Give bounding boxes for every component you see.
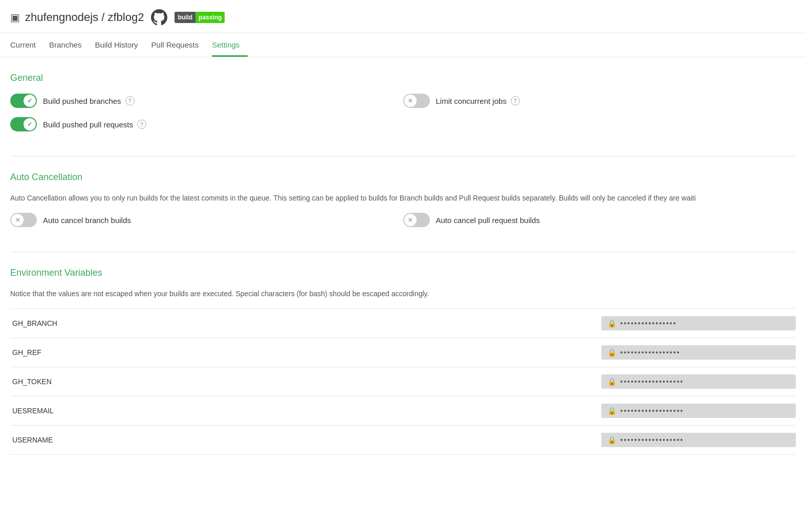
- build-pushed-pr-toggle[interactable]: ✓: [10, 117, 37, 131]
- tab-current[interactable]: Current: [10, 33, 44, 57]
- auto-cancel-branch-label: Auto cancel branch builds: [43, 216, 131, 225]
- env-value[interactable]: 🔒 ••••••••••••••••••: [601, 433, 796, 447]
- env-value[interactable]: 🔒 ••••••••••••••••••: [601, 374, 796, 389]
- env-vars-list: GH_BRANCH 🔒 •••••••••••••••• GH_REF 🔒 ••…: [10, 308, 796, 455]
- auto-cancel-branch-left: ✕ Auto cancel branch builds: [10, 213, 403, 227]
- env-dots: ••••••••••••••••••: [620, 407, 684, 415]
- auto-cancel-pr-label: Auto cancel pull request builds: [436, 216, 540, 225]
- lock-icon: 🔒: [607, 348, 616, 357]
- toggle-thumb-auto-branch: ✕: [11, 214, 24, 226]
- limit-concurrent-toggle[interactable]: ✕: [403, 94, 430, 108]
- toggle-row-left-pr: ✓ Build pushed pull requests ?: [10, 117, 403, 131]
- env-name: GH_REF: [10, 348, 601, 357]
- env-name: UESREMAIL: [10, 407, 601, 415]
- env-dots: ••••••••••••••••: [620, 319, 677, 327]
- env-name: GH_TOKEN: [10, 378, 601, 386]
- toggle-row-branches: ✓ Build pushed branches ? ✕ Limit concur…: [10, 94, 796, 108]
- env-vars-description: Notice that the values are not escaped w…: [10, 289, 796, 299]
- env-value[interactable]: 🔒 ••••••••••••••••••: [601, 404, 796, 418]
- env-name: GH_BRANCH: [10, 319, 601, 327]
- env-value[interactable]: 🔒 ••••••••••••••••: [601, 316, 796, 330]
- toggle-x-auto-branch: ✕: [15, 217, 20, 224]
- toggle-track-auto-pr: ✕: [403, 213, 430, 227]
- toggle-row-right-concurrent: ✕ Limit concurrent jobs ?: [403, 94, 796, 108]
- auto-cancellation-title: Auto Cancellation: [10, 172, 796, 183]
- general-title: General: [10, 73, 796, 83]
- toggle-row-left-branches: ✓ Build pushed branches ?: [10, 94, 403, 108]
- tab-pull-requests[interactable]: Pull Requests: [151, 33, 207, 57]
- lock-icon: 🔒: [607, 436, 616, 444]
- toggle-thumb-pr: ✓: [24, 118, 36, 130]
- badge-build-label: build: [175, 12, 195, 23]
- badge-passing-label: passing: [195, 12, 225, 23]
- tab-build-history[interactable]: Build History: [95, 33, 146, 57]
- build-pushed-branches-help[interactable]: ?: [125, 96, 135, 105]
- toggle-row-pull-requests: ✓ Build pushed pull requests ?: [10, 117, 796, 131]
- toggle-check-pr: ✓: [27, 121, 32, 128]
- limit-concurrent-label: Limit concurrent jobs: [436, 97, 507, 105]
- auto-cancellation-section: Auto Cancellation Auto Cancellation allo…: [10, 172, 796, 252]
- env-row: USERNAME 🔒 ••••••••••••••••••: [10, 426, 796, 455]
- lock-icon: 🔒: [607, 407, 616, 415]
- env-row: GH_REF 🔒 •••••••••••••••••: [10, 338, 796, 367]
- tab-branches[interactable]: Branches: [49, 33, 90, 57]
- repo-icon: ▣: [10, 11, 20, 24]
- auto-cancel-row: ✕ Auto cancel branch builds ✕ Auto cance…: [10, 213, 796, 227]
- toggle-thumb-concurrent: ✕: [404, 95, 417, 107]
- env-dots: ••••••••••••••••••: [620, 378, 684, 386]
- build-pushed-branches-label: Build pushed branches: [43, 97, 121, 105]
- toggle-x-concurrent: ✕: [408, 98, 412, 104]
- main-content: General ✓ Build pushed branches ?: [0, 57, 806, 501]
- env-dots: ••••••••••••••••••: [620, 436, 684, 444]
- build-pushed-pr-label: Build pushed pull requests: [43, 120, 133, 129]
- env-vars-title: Environment Variables: [10, 268, 796, 278]
- build-pushed-branches-toggle[interactable]: ✓: [10, 94, 37, 108]
- toggle-track-concurrent: ✕: [403, 94, 430, 108]
- env-row: UESREMAIL 🔒 ••••••••••••••••••: [10, 396, 796, 426]
- env-name: USERNAME: [10, 436, 601, 444]
- auto-cancel-pr-right: ✕ Auto cancel pull request builds: [403, 213, 796, 227]
- limit-concurrent-help[interactable]: ?: [511, 96, 520, 105]
- toggle-thumb-auto-pr: ✕: [404, 214, 417, 226]
- github-icon: [151, 9, 167, 26]
- lock-icon: 🔒: [607, 378, 616, 386]
- auto-cancel-pr-toggle[interactable]: ✕: [403, 213, 430, 227]
- toggle-track-branches: ✓: [10, 94, 37, 108]
- auto-cancellation-description: Auto Cancellation allows you to only run…: [10, 193, 796, 204]
- toggle-thumb-branches: ✓: [24, 95, 36, 107]
- toggle-check-branches: ✓: [27, 97, 32, 104]
- repo-title: zhufengnodejs / zfblog2: [25, 11, 144, 24]
- env-row: GH_BRANCH 🔒 ••••••••••••••••: [10, 308, 796, 338]
- env-vars-section: Environment Variables Notice that the va…: [10, 268, 796, 470]
- env-value[interactable]: 🔒 •••••••••••••••••: [601, 345, 796, 360]
- lock-icon: 🔒: [607, 319, 616, 327]
- env-dots: •••••••••••••••••: [620, 348, 680, 357]
- tab-settings[interactable]: Settings: [212, 33, 248, 57]
- build-badge: build passing: [175, 12, 225, 23]
- header: ▣ zhufengnodejs / zfblog2 build passing: [0, 0, 806, 33]
- toggle-track-auto-branch: ✕: [10, 213, 37, 227]
- toggle-track-pr: ✓: [10, 117, 37, 131]
- env-row: GH_TOKEN 🔒 ••••••••••••••••••: [10, 367, 796, 396]
- build-pushed-pr-help[interactable]: ?: [137, 120, 146, 129]
- general-section: General ✓ Build pushed branches ?: [10, 73, 796, 157]
- nav-tabs: Current Branches Build History Pull Requ…: [0, 33, 806, 57]
- auto-cancel-branch-toggle[interactable]: ✕: [10, 213, 37, 227]
- toggle-x-auto-pr: ✕: [408, 217, 412, 224]
